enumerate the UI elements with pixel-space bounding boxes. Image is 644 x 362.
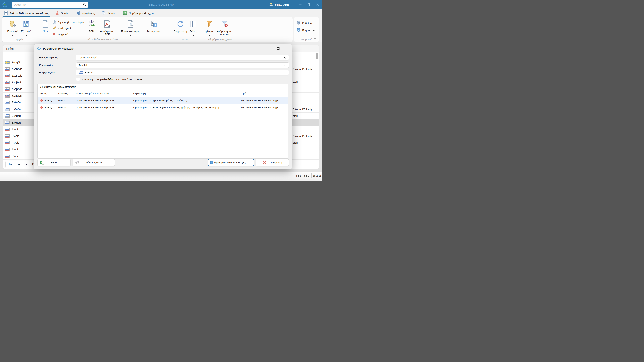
svg-text:A: A [154, 23, 156, 27]
report-type-dropdown[interactable]: Πρώτη αναφορά [76, 55, 289, 60]
gear-icon [296, 21, 300, 25]
cancel-button-label: Ακύρωση [271, 161, 282, 164]
new-document-icon [42, 19, 49, 29]
online-submit-label: τιγραμμική κοινοποίηση (S₂ [214, 161, 246, 164]
pcn-folder-button-label: Φάκελος PCN [86, 161, 102, 164]
errors-rows: ΛάθοςBR530ΠΑΡΑΔΕΙΓΜΑ Επικίνδυνο μείγμαΠρ… [38, 97, 288, 111]
search-box [12, 1, 88, 8]
country-name: Σλοβενία [12, 88, 22, 91]
pdf-save-icon [104, 19, 111, 29]
online-submit-button[interactable]: i τιγραμμική κοινοποίηση (S₂ [208, 159, 254, 166]
group-label-view: Θέαση [169, 38, 202, 41]
restore-button[interactable] [304, 1, 313, 8]
cancel-filter-icon [221, 19, 228, 29]
right-column-fragment: etail [293, 140, 298, 146]
right-column-fragment: etail [293, 79, 298, 86]
column-header-code[interactable]: Κωδικός [56, 90, 73, 97]
tab-phrase[interactable]: Φράση [102, 9, 116, 17]
close-button[interactable] [313, 1, 322, 8]
column-header-type[interactable]: Τύπος [38, 90, 56, 97]
excel-button[interactable]: X Excel [38, 159, 71, 166]
ru-flag-icon [4, 155, 10, 158]
country-name: Ελλάδα [12, 114, 21, 118]
chevron-down-icon [208, 33, 210, 35]
ribbon-group-sds: Νέος Δημιουργία αντιγράφου Επεξεργασία Δ… [37, 17, 169, 42]
country-name: Ελλάδα [12, 108, 21, 111]
svg-text:?: ? [298, 28, 299, 31]
si-flag-icon [4, 81, 10, 84]
info-icon: i [210, 161, 214, 165]
control-params-icon [123, 11, 127, 15]
tab-sds[interactable]: Δελτία δεδομένων ασφαλείας [4, 9, 49, 17]
error-diamond-icon [40, 106, 43, 109]
ru-flag-icon [4, 134, 10, 138]
chevron-down-icon [25, 33, 27, 35]
pcn-folder-button[interactable]: Φάκελος PCN [73, 159, 115, 166]
vertical-scrollbar[interactable] [316, 53, 318, 59]
search-input[interactable] [14, 3, 83, 6]
prev-group-button[interactable]: ≪ [18, 163, 21, 166]
app-menu-icon[interactable] [314, 37, 317, 40]
status-bar: TEST: SBL 25.2.11 [0, 172, 322, 179]
search-icon[interactable] [83, 2, 86, 7]
column-header-sds[interactable]: Δελτίο δεδομένων ασφαλείας [73, 90, 131, 97]
account-button[interactable]: SBLCORE [269, 2, 289, 7]
dialog-title-bar: Poison Centre Notification [37, 46, 75, 51]
edit-button[interactable]: Επεξεργασία [52, 26, 84, 31]
error-code: BR534 [56, 104, 73, 111]
gr-flag-icon [4, 101, 10, 104]
error-sds: ΠΑΡΑΔΕΙΓΜΑ Επικίνδυνο μείγμα [73, 97, 131, 104]
svg-text:X: X [40, 162, 42, 164]
status-divider [292, 173, 292, 178]
country-name: Ρωσία [12, 128, 20, 131]
copy-button[interactable]: Δημιουργία αντιγράφου [52, 20, 84, 25]
first-page-button[interactable]: Ι≪ [9, 163, 13, 166]
ru-flag-icon [4, 128, 10, 131]
building-icon [76, 11, 80, 16]
ribbon-group-files: Εισαγωγή Εξαγωγή Αρχεία [2, 17, 37, 42]
tab-substances[interactable]: Ουσίες [55, 9, 69, 17]
error-row[interactable]: ΛάθοςBR530ΠΑΡΑΔΕΙΓΜΑ Επικίνδυνο μείγμαΠρ… [38, 97, 288, 104]
columns-icon [190, 19, 197, 29]
tab-label: Κατάλογος [82, 12, 95, 15]
chevron-down-icon [284, 64, 286, 67]
translate-icon: A [150, 19, 158, 29]
dialog-maximize-button[interactable] [275, 46, 282, 51]
minimize-button[interactable] [296, 1, 304, 8]
refresh-icon [176, 19, 184, 29]
active-market-field[interactable]: Ελλάδα [76, 70, 289, 75]
tab-label: Ουσίες [61, 12, 69, 15]
notifier-dropdown[interactable]: Trial ltd. [76, 62, 289, 68]
gr-flag-icon [4, 121, 10, 124]
account-name: SBLCORE [275, 3, 289, 6]
column-header-description[interactable]: Περιγραφή [131, 90, 238, 97]
si-flag-icon [4, 94, 10, 98]
attach-pdf-checkbox[interactable] [76, 78, 80, 81]
cancel-button[interactable]: Ακύρωση [256, 159, 289, 166]
prev-page-button[interactable]: ‹ [26, 163, 27, 166]
attach-pdf-label: Επισυνάψτε το φύλλο δεδομένων ασφαλείας … [82, 78, 142, 81]
floppy-export-icon [22, 19, 30, 29]
error-row[interactable]: ΛάθοςBR534ΠΑΡΑΔΕΙΓΜΑ Επικίνδυνο μείγμαΠρ… [38, 104, 288, 111]
settings-button[interactable]: Ρυθμίσεις [296, 21, 319, 25]
right-column-fragment: Etiketa, Překlady [293, 106, 312, 112]
country-name: Σλοβενία [12, 81, 22, 84]
flask-icon [55, 11, 59, 16]
country-name: Ελλάδα [12, 101, 21, 104]
error-type: Λάθος [44, 99, 52, 102]
chevron-down-icon [192, 33, 194, 35]
book-icon [102, 11, 106, 15]
tab-control-params[interactable]: Παράμετροι ελέγχου [123, 9, 154, 17]
help-button[interactable]: ? Βοήθεια [296, 28, 319, 32]
si-flag-icon [4, 87, 10, 91]
delete-button[interactable]: Διαγραφή [52, 32, 84, 36]
country-name: Ρωσία [12, 135, 20, 138]
pcn-dialog: Poison Centre Notification Είδος αναφορά… [34, 44, 292, 170]
cancel-x-icon [262, 161, 267, 165]
country-name: Σλοβενία [12, 74, 22, 77]
dialog-close-button[interactable] [283, 46, 289, 51]
column-header-value[interactable]: Τιμή [238, 90, 288, 97]
tab-catalog[interactable]: Κατάλογος [76, 9, 95, 17]
ribbon-empty-space [238, 17, 293, 42]
chevron-down-icon [12, 33, 14, 35]
